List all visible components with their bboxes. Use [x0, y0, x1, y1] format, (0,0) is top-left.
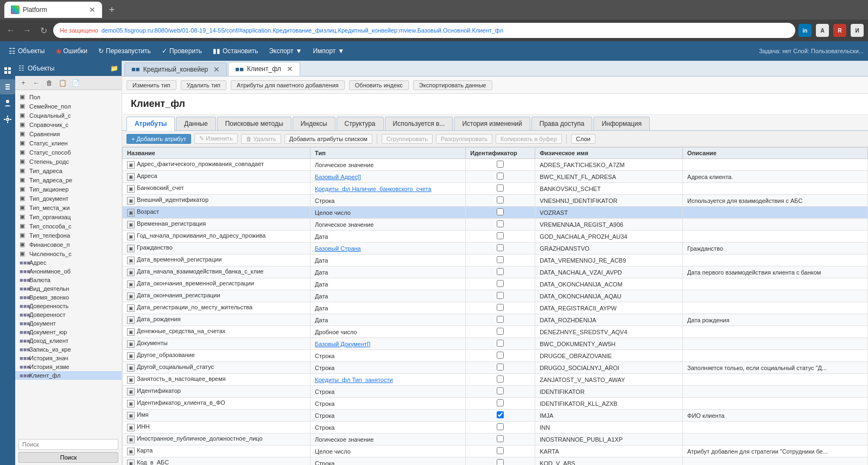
stop-toolbar-btn[interactable]: ▮▮ Остановить [208, 45, 263, 57]
cell-identifier[interactable] [466, 445, 535, 457]
cell-identifier[interactable] [466, 398, 535, 410]
table-row[interactable]: ▣ДокументыБазовый Документ[]BWC_DOKUMENT… [123, 338, 868, 350]
identifier-checkbox[interactable] [497, 280, 504, 287]
type-link[interactable]: Базовый Документ[] [315, 341, 370, 347]
table-row[interactable]: ▣Код_в_АБССтрокаKOD_V_ABS [123, 457, 868, 466]
identifier-checkbox[interactable] [497, 399, 504, 406]
identifier-checkbox[interactable] [497, 340, 504, 347]
errors-toolbar-btn[interactable]: ◉ Ошибки [52, 45, 92, 57]
linkedin-icon[interactable]: in [799, 24, 812, 37]
editor-toolbar-btn[interactable]: Изменить тип [126, 80, 176, 90]
doc-tab-close[interactable]: ✕ [287, 65, 293, 73]
cell-identifier[interactable] [466, 278, 535, 290]
refresh-button[interactable]: ↻ [37, 24, 50, 37]
cell-identifier[interactable] [466, 422, 535, 434]
tree-item[interactable]: ■■■Доверенность [15, 302, 122, 310]
restart-toolbar-btn[interactable]: ↻ Перезапустить [94, 45, 155, 57]
search-input[interactable] [18, 439, 118, 450]
identifier-checkbox[interactable] [497, 173, 504, 180]
delete-attr-btn[interactable]: 🗑 Удалить [241, 134, 281, 144]
identifier-checkbox[interactable] [497, 459, 504, 465]
address-bar[interactable]: Не защищено demo05.fisgroup.ru:8080/web/… [53, 23, 795, 38]
cell-identifier[interactable] [466, 302, 535, 314]
identifier-checkbox[interactable] [497, 268, 504, 275]
identifier-checkbox[interactable] [497, 328, 504, 335]
tree-item[interactable]: ▣Тип_телефона [15, 231, 122, 240]
identifier-checkbox[interactable] [497, 387, 504, 394]
tree-item[interactable]: ▣Семейное_пол [15, 101, 122, 111]
table-row[interactable]: ▣Дата_окончания_регистрацииДатаDATA_OKON… [123, 290, 868, 302]
identifier-checkbox[interactable] [497, 292, 504, 299]
cell-identifier[interactable] [466, 326, 535, 338]
sidebar-nav-objects[interactable] [0, 63, 15, 78]
cell-identifier[interactable] [466, 338, 535, 350]
add-list-btn[interactable]: Добавить атрибуты списком [284, 134, 372, 144]
cell-identifier[interactable] [466, 410, 535, 422]
group-btn[interactable]: Сгруппировать [382, 134, 433, 144]
editor-tab[interactable]: Информация [593, 117, 649, 130]
tree-item[interactable]: ▣Сравнения [15, 129, 122, 138]
cell-identifier[interactable] [466, 243, 535, 254]
back-button[interactable]: ← [4, 24, 17, 37]
identifier-checkbox[interactable] [497, 304, 504, 311]
cell-identifier[interactable] [466, 207, 535, 219]
table-row[interactable]: ▣ВозрастЦелое числоVOZRAST [123, 207, 868, 219]
cell-identifier[interactable] [466, 171, 535, 183]
table-row[interactable]: ▣ИдентификаторСтрокаIDENTIFIKATOR [123, 386, 868, 398]
other-icon2[interactable]: И [851, 24, 864, 37]
cell-identifier[interactable] [466, 374, 535, 386]
tree-item[interactable]: ▣Финансовое_п [15, 240, 122, 249]
import-toolbar-btn[interactable]: Импорт ▼ [308, 45, 349, 57]
profile-icon[interactable]: А [816, 24, 829, 37]
table-row[interactable]: ▣ИННСтрокаINN [123, 422, 868, 434]
editor-tab[interactable]: Используется в... [385, 117, 453, 130]
tree-item[interactable]: ■■■Доверенност [15, 310, 122, 319]
cell-identifier[interactable] [466, 386, 535, 398]
cell-identifier[interactable] [466, 254, 535, 266]
table-row[interactable]: ▣КартаЦелое числоKARTAАтрибут добавлен д… [123, 445, 868, 457]
tree-item[interactable]: ▣Статус_клиен [15, 138, 122, 148]
tree-item[interactable]: ■■■Вид_деятельн [15, 284, 122, 293]
sidebar-folder-btn[interactable]: 📁 [110, 65, 118, 72]
objects-toolbar-btn[interactable]: ☷ Объекты [4, 44, 49, 58]
tree-item[interactable]: ▣Степень_родс [15, 157, 122, 166]
table-row[interactable]: ▣Временная_регистрацияЛогическое значени… [123, 219, 868, 231]
cell-identifier[interactable] [466, 290, 535, 302]
tree-item[interactable]: ■■■Валюта [15, 276, 122, 284]
export-toolbar-btn[interactable]: Экспорт ▼ [264, 45, 306, 57]
doc-tab-close[interactable]: ✕ [213, 65, 220, 74]
editor-tab[interactable]: Атрибуты [126, 117, 175, 131]
tree-item[interactable]: ▣Тип_акционер [15, 184, 122, 194]
identifier-checkbox[interactable] [497, 364, 504, 371]
new-tab-button[interactable]: + [104, 2, 119, 17]
sidebar-delete-btn[interactable]: 🗑 [43, 77, 55, 89]
table-row[interactable]: ▣Дата_временной_регистрацииДатаDATA_VREM… [123, 254, 868, 266]
cell-identifier[interactable] [466, 362, 535, 374]
tree-item[interactable]: ▣Тип_документ [15, 194, 122, 203]
table-row[interactable]: ▣Денежные_средства_на_счетахДробное числ… [123, 326, 868, 338]
cell-type[interactable]: Базовый Адрес[] [311, 171, 466, 183]
identifier-checkbox[interactable] [497, 352, 504, 359]
tree-item[interactable]: ▣Тип_адреса [15, 166, 122, 175]
ungroup-btn[interactable]: Разгруппировать [436, 134, 492, 144]
identifier-checkbox[interactable] [497, 232, 504, 239]
editor-tab[interactable]: Структура [337, 117, 384, 130]
search-button[interactable]: Поиск [18, 452, 118, 463]
table-row[interactable]: ▣ИмяСтрокаIMJAФИО клиента [123, 410, 868, 422]
sidebar-add-btn[interactable]: + [17, 77, 29, 89]
cell-type[interactable]: Кредиты_фл Тип_занятости [311, 374, 466, 386]
tree-item[interactable]: ■■■Клиент_фл [15, 371, 122, 380]
type-link[interactable]: Базовый Страна [315, 245, 361, 252]
editor-toolbar-btn[interactable]: Атрибуты для пакетного добавления [231, 80, 345, 90]
forward-button[interactable]: → [21, 24, 34, 37]
tree-item[interactable]: ■■■Время_звонко [15, 293, 122, 302]
identifier-checkbox[interactable] [497, 184, 504, 192]
identifier-checkbox[interactable] [497, 256, 504, 263]
tree-item[interactable]: ■■■Адрес [15, 258, 122, 267]
identifier-checkbox[interactable] [497, 375, 504, 383]
cell-identifier[interactable] [466, 457, 535, 466]
editor-tab[interactable]: Данные [176, 117, 216, 130]
cell-identifier[interactable] [466, 219, 535, 231]
tree-item[interactable]: ▣Пол [15, 92, 122, 101]
cell-type[interactable]: Кредиты_фл Наличие_банковского_счета [311, 183, 466, 195]
